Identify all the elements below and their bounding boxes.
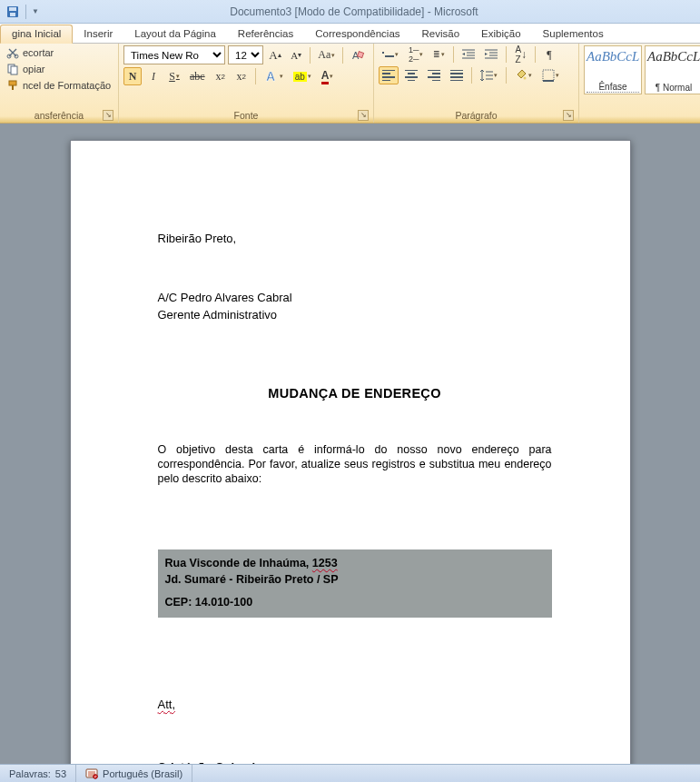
justify-button[interactable] xyxy=(447,66,467,84)
style-emphasis[interactable]: AaBbCcL Ênfase xyxy=(584,45,642,94)
highlight-button[interactable]: ab▾ xyxy=(290,67,315,85)
align-left-icon xyxy=(382,70,395,81)
tab-home[interactable]: gina Inicial xyxy=(0,25,73,44)
indent-icon xyxy=(485,49,498,60)
doc-recipient-role: Gerente Administrativo xyxy=(158,308,552,323)
doc-city: Ribeirão Preto, xyxy=(158,232,552,247)
group-label-clipboard: ansferência↘ xyxy=(5,108,113,123)
align-center-icon xyxy=(405,70,418,81)
doc-recipient: A/C Pedro Alvares Cabral xyxy=(158,291,552,306)
tab-view[interactable]: Exibição xyxy=(470,25,531,43)
svg-rect-1 xyxy=(9,7,16,11)
bullets-icon xyxy=(382,52,394,56)
eraser-icon: A xyxy=(351,49,365,62)
dialog-launcher-icon[interactable]: ↘ xyxy=(358,110,369,121)
svg-rect-8 xyxy=(12,85,14,90)
bold-button[interactable]: N xyxy=(123,67,142,85)
status-words[interactable]: Palavras: 53 xyxy=(0,765,76,782)
group-label-paragraph: Parágrafo↘ xyxy=(379,108,574,123)
line-spacing-button[interactable]: ▾ xyxy=(477,66,501,84)
scissors-icon xyxy=(6,46,19,59)
group-font: Times New Ro 12 A▴ A▾ Aa▾ A N I S▾ abc x… xyxy=(119,44,374,123)
style-normal[interactable]: AaBbCcL ¶ Normal xyxy=(645,45,700,94)
outdent-icon xyxy=(462,49,475,60)
increase-indent-button[interactable] xyxy=(481,45,501,64)
font-color-button[interactable]: A▾ xyxy=(318,67,338,85)
clear-formatting-button[interactable]: A xyxy=(348,46,369,64)
multilevel-button[interactable]: ≣▾ xyxy=(429,45,449,64)
borders-button[interactable]: ▾ xyxy=(538,66,563,84)
align-right-button[interactable] xyxy=(424,66,444,84)
save-icon[interactable] xyxy=(5,5,20,19)
text-effects-button[interactable]: A▾ xyxy=(261,67,287,85)
svg-text:A: A xyxy=(266,69,275,84)
font-name-select[interactable]: Times New Ro xyxy=(123,45,225,64)
format-painter-button[interactable]: ncel de Formatação xyxy=(5,78,113,93)
borders-icon xyxy=(542,69,555,82)
copy-icon xyxy=(6,63,19,75)
change-case-button[interactable]: Aa▾ xyxy=(315,46,338,64)
superscript-button[interactable]: x2 xyxy=(232,67,251,85)
svg-rect-2 xyxy=(10,13,15,16)
tab-mailings[interactable]: Correspondências xyxy=(304,25,410,43)
titlebar: ▼ Documento3 [Modo de Compatibilidade] -… xyxy=(0,0,700,24)
align-left-button[interactable] xyxy=(379,66,399,84)
svg-rect-7 xyxy=(9,81,16,85)
status-language[interactable]: Português (Brasil) xyxy=(76,765,192,782)
subscript-button[interactable]: x2 xyxy=(212,67,230,85)
dialog-launcher-icon[interactable]: ↘ xyxy=(103,110,113,121)
font-size-select[interactable]: 12 xyxy=(228,45,263,64)
paintbrush-icon xyxy=(6,79,19,92)
group-clipboard: ecortar opiar ncel de Formatação ansferê… xyxy=(0,44,119,123)
bucket-icon xyxy=(515,69,527,82)
underline-button[interactable]: S▾ xyxy=(165,67,183,85)
shrink-font-button[interactable]: A▾ xyxy=(287,46,305,64)
strikethrough-button[interactable]: abc xyxy=(186,67,209,85)
doc-address-block: Rua Visconde de Inhaúma, 1253 Jd. Sumaré… xyxy=(158,549,552,617)
group-label-font: Fonte↘ xyxy=(123,108,369,123)
show-marks-button[interactable]: ¶ xyxy=(540,45,558,64)
quick-access-toolbar: ▼ xyxy=(0,5,44,19)
svg-point-12 xyxy=(524,77,527,80)
ribbon: ecortar opiar ncel de Formatação ansferê… xyxy=(0,44,700,124)
group-label-styles xyxy=(584,108,700,123)
bullets-button[interactable]: ▾ xyxy=(379,45,402,64)
justify-icon xyxy=(450,70,463,81)
cut-button[interactable]: ecortar xyxy=(5,45,113,60)
shading-button[interactable]: ▾ xyxy=(511,66,536,84)
tab-addins[interactable]: Suplementos xyxy=(532,25,615,43)
numbering-button[interactable]: 1─2─▾ xyxy=(405,45,427,64)
svg-rect-13 xyxy=(543,70,554,81)
align-right-icon xyxy=(428,70,440,81)
line-spacing-icon xyxy=(480,69,493,82)
doc-heading: MUDANÇA DE ENDEREÇO xyxy=(158,385,552,402)
qat-dropdown-icon[interactable]: ▼ xyxy=(32,7,39,15)
window-title: Documento3 [Modo de Compatibilidade] - M… xyxy=(44,5,700,18)
tab-layout[interactable]: Layout da Página xyxy=(123,25,227,43)
doc-closing: Att, xyxy=(158,698,176,711)
align-center-button[interactable] xyxy=(401,66,421,84)
copy-button[interactable]: opiar xyxy=(5,62,113,76)
dialog-launcher-icon[interactable]: ↘ xyxy=(563,110,574,121)
tab-insert[interactable]: Inserir xyxy=(73,25,123,43)
svg-rect-6 xyxy=(11,66,17,74)
statusbar: Palavras: 53 Português (Brasil) xyxy=(0,764,700,782)
sort-button[interactable]: AZ↓ xyxy=(511,45,530,64)
decrease-indent-button[interactable] xyxy=(458,45,478,64)
italic-button[interactable]: I xyxy=(144,67,163,85)
ribbon-tabs: gina Inicial Inserir Layout da Página Re… xyxy=(0,24,700,44)
doc-body: O objetivo desta carta é informá-lo do n… xyxy=(158,442,552,487)
tab-references[interactable]: Referências xyxy=(227,25,304,43)
group-paragraph: ▾ 1─2─▾ ≣▾ AZ↓ ¶ xyxy=(374,44,579,123)
page[interactable]: Ribeirão Preto, A/C Pedro Alvares Cabral… xyxy=(70,140,631,764)
document-area[interactable]: Ribeirão Preto, A/C Pedro Alvares Cabral… xyxy=(0,124,700,764)
grow-font-button[interactable]: A▴ xyxy=(266,46,284,64)
tab-review[interactable]: Revisão xyxy=(411,25,471,43)
language-icon xyxy=(85,767,98,780)
svg-rect-10 xyxy=(358,51,364,57)
text-effects-icon: A xyxy=(264,69,279,84)
group-styles: AaBbCcL Ênfase AaBbCcL ¶ Normal A xyxy=(579,44,700,123)
